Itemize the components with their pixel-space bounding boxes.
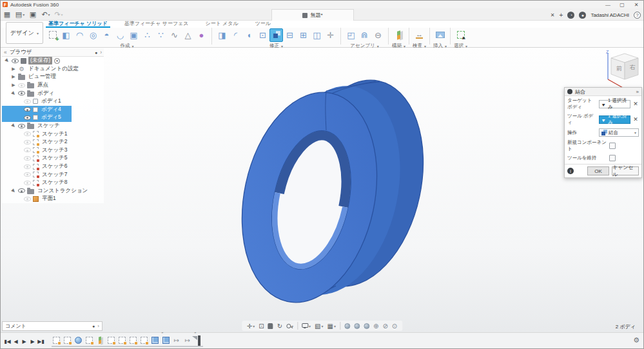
timeline-position-marker[interactable]: ‴ <box>194 336 203 345</box>
measure-icon[interactable]: ↔ <box>413 28 426 42</box>
joint-icon[interactable]: ⋒ <box>358 28 371 42</box>
browser-item-label[interactable]: ボディ5 <box>40 114 63 121</box>
collapse-panel-icon[interactable]: « <box>4 49 7 55</box>
file-menu-icon[interactable]: ▤▾ <box>14 9 26 19</box>
visibility-eye-icon[interactable] <box>24 172 31 177</box>
browser-item-label[interactable]: スケッチ6 <box>41 163 69 170</box>
timeline-sketch-feature[interactable] <box>139 336 148 345</box>
tab-sheet-metal[interactable]: シート メタル <box>202 21 240 28</box>
grab-pan-icon[interactable] <box>268 323 273 329</box>
effect-sphere-icon-1[interactable] <box>344 323 350 329</box>
keep-tools-checkbox[interactable] <box>609 155 616 161</box>
insert-image-icon[interactable] <box>433 28 447 42</box>
panel-expand-icon[interactable]: › <box>100 49 102 55</box>
timeline-sketch-feature[interactable] <box>63 336 72 345</box>
timeline-sketch-feature[interactable] <box>128 336 137 345</box>
form-icon[interactable]: ● <box>195 28 208 42</box>
display-settings-icon[interactable]: ▾ <box>302 323 311 329</box>
timeline-extrude-feature[interactable] <box>150 336 159 345</box>
browser-row-sketch8[interactable]: スケッチ8 <box>2 179 104 187</box>
browser-row-origin[interactable]: ▶ 原点 <box>2 81 104 90</box>
spline-icon[interactable]: ∿ <box>168 28 181 42</box>
select-icon[interactable] <box>454 28 467 42</box>
effect-toggle-icon-4[interactable]: ⊕ <box>373 323 378 330</box>
browser-row-document-settings[interactable]: ▶ ⚙ ドキュメントの設定 <box>2 65 104 74</box>
construction-plane-icon[interactable] <box>392 28 405 42</box>
offset-face-icon[interactable]: ◫ <box>310 28 324 42</box>
timeline-sketch-feature[interactable] <box>106 336 115 345</box>
step-back-icon[interactable]: ◀ <box>12 337 20 346</box>
browser-item-label[interactable]: ドキュメントの設定 <box>27 65 80 73</box>
browser-row-sketch6[interactable]: スケッチ6 <box>2 163 104 171</box>
effect-toggle-icon-6[interactable]: ⊙ <box>392 323 397 330</box>
close-button[interactable]: ✕ <box>629 1 643 8</box>
combine-dialog-header[interactable]: 結合 » <box>565 88 641 96</box>
target-body-select-button[interactable]: ► 1 選択済み <box>599 100 630 108</box>
chamfer-icon[interactable]: ◖ <box>242 28 256 42</box>
browser-row-sketch5[interactable]: スケッチ5 <box>2 154 104 163</box>
visibility-eye-icon[interactable] <box>24 107 31 112</box>
timeline-joint-feature[interactable]: ↦ <box>183 336 192 345</box>
browser-item-label[interactable]: 平面1 <box>41 195 57 203</box>
viewcube[interactable]: 前 右 Z X <box>602 50 642 92</box>
clear-tool-selection-icon[interactable]: ✕ <box>632 116 639 123</box>
visibility-eye-icon[interactable] <box>18 83 25 88</box>
browser-item-label[interactable]: スケッチ <box>36 122 61 130</box>
effect-sphere-icon-2[interactable] <box>354 323 360 329</box>
rib-icon[interactable]: ◡ <box>113 28 127 42</box>
pan-icon[interactable]: ✛▾ <box>247 323 255 330</box>
comment-panel[interactable]: コメント ● › <box>2 321 102 331</box>
go-to-start-icon[interactable]: ▮◀ <box>3 337 12 346</box>
minimize-button[interactable]: — <box>601 1 615 8</box>
undo-icon[interactable]: ↶▾ <box>39 9 52 19</box>
timeline-sketch-feature[interactable] <box>117 336 126 345</box>
as-built-joint-icon[interactable]: ⊖ <box>371 28 385 42</box>
expand-icon[interactable]: ▶ <box>10 122 17 129</box>
visibility-eye-icon[interactable] <box>24 99 31 104</box>
document-tab[interactable]: 無題* <box>271 9 354 21</box>
split-face-icon[interactable]: ⊞ <box>297 28 310 42</box>
expand-icon[interactable]: ▶ <box>3 57 10 65</box>
visibility-eye-icon[interactable] <box>24 115 31 120</box>
visibility-eye-icon[interactable] <box>24 140 31 145</box>
panel-expand-icon[interactable]: › <box>97 323 99 329</box>
browser-item-label[interactable]: コンストラクション <box>36 187 89 195</box>
step-forward-icon[interactable]: ▶ <box>28 337 37 346</box>
visibility-eye-icon[interactable] <box>18 124 25 128</box>
new-component-checkbox[interactable] <box>609 143 616 149</box>
browser-row-sketch3[interactable]: スケッチ3 <box>2 146 104 155</box>
circular-pattern-icon[interactable]: ∵ <box>154 28 168 42</box>
browser-row-view-management[interactable]: ▶ ビュー管理 <box>2 73 104 81</box>
browser-item-label[interactable]: ビュー管理 <box>27 73 57 81</box>
browser-root-row[interactable]: ▶ (未保存) ● <box>2 57 104 65</box>
user-name[interactable]: Tadashi ADACHI <box>590 12 629 18</box>
new-component-icon[interactable]: ◰ <box>344 28 358 42</box>
rectangular-pattern-icon[interactable]: ∴ <box>141 28 154 42</box>
panel-options-icon[interactable]: ● <box>95 50 97 55</box>
timeline-joint-feature[interactable]: ↦ <box>172 336 181 345</box>
notifications-icon[interactable]: ● <box>579 12 586 19</box>
combine-icon-active[interactable] <box>269 28 283 42</box>
browser-item-label[interactable]: ボディ4 <box>40 106 63 114</box>
extrude-icon[interactable]: ◧ <box>59 28 73 42</box>
visibility-eye-icon[interactable] <box>24 148 31 152</box>
expand-icon[interactable]: ▶ <box>10 90 17 97</box>
press-pull-icon[interactable]: ◨ <box>215 28 229 42</box>
timeline-plane-feature[interactable] <box>95 336 104 345</box>
browser-row-bodies-folder[interactable]: ▶ ボディ <box>2 89 104 97</box>
visibility-eye-icon[interactable] <box>18 91 25 95</box>
browser-item-label[interactable]: スケッチ5 <box>41 154 69 162</box>
maximize-button[interactable]: ▢ <box>615 1 629 8</box>
activate-component-radio[interactable]: ● <box>54 58 60 64</box>
look-at-icon[interactable]: ⊡ <box>259 323 264 330</box>
revolve-icon[interactable]: ◠ <box>73 28 86 42</box>
timeline-extrude-feature[interactable]: ‴ <box>161 336 170 345</box>
dialog-collapse-icon[interactable]: » <box>636 89 639 95</box>
close-tab-icon[interactable]: ✕ <box>551 12 555 18</box>
operation-dropdown[interactable]: 結合 ▾ <box>599 128 639 137</box>
create-sketch-icon[interactable] <box>46 28 59 42</box>
browser-row-body1[interactable]: ボディ1 <box>2 97 104 106</box>
tab-tools[interactable]: ツール <box>253 21 273 28</box>
redo-icon[interactable]: ↷▾ <box>52 9 65 19</box>
effect-sphere-icon-3[interactable] <box>364 323 369 329</box>
